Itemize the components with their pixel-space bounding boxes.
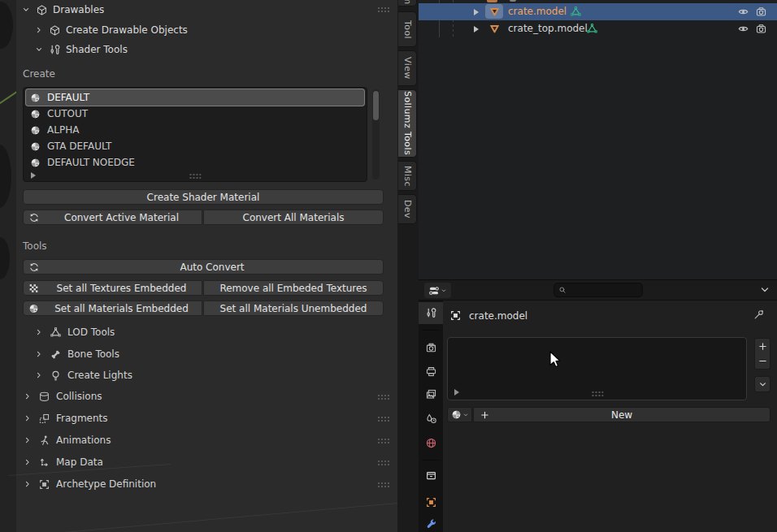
- outliner-row-crate-top-model[interactable]: crate_top.model: [419, 20, 777, 37]
- add-material-slot-button[interactable]: [754, 338, 770, 354]
- panel-header-fragments[interactable]: Fragments: [23, 410, 108, 426]
- outliner-row-crate-model[interactable]: crate.model: [419, 3, 777, 20]
- button-label: Convert Active Material: [64, 212, 179, 223]
- panel-header-map-data[interactable]: Map Data: [23, 454, 103, 470]
- list-resize-handle[interactable]: [591, 391, 603, 396]
- set-all-materials-unembedded-button[interactable]: Set all Materials Unembedded: [203, 301, 384, 316]
- mesh-data-icon[interactable]: [586, 23, 598, 35]
- panel-header-shader-tools[interactable]: Shader Tools: [34, 42, 128, 57]
- set-all-materials-embedded-button[interactable]: Set all Materials Embedded: [23, 301, 202, 316]
- mesh-data-icon[interactable]: [570, 6, 582, 18]
- tab-misc[interactable]: Misc: [398, 161, 417, 191]
- panel-label: Archetype Definition: [56, 478, 156, 490]
- panel-drag-handle[interactable]: [377, 438, 389, 443]
- viewport-green-axis-line: [0, 80, 16, 115]
- tab-view[interactable]: View: [398, 50, 417, 86]
- parent-row-partial: [510, 0, 516, 2]
- search-input[interactable]: [570, 283, 638, 296]
- images-stack-icon: [425, 388, 437, 400]
- list-item[interactable]: DEFAULT NOEDGE: [26, 154, 364, 171]
- material-specials-menu-button[interactable]: [754, 376, 770, 392]
- blender-window: Drawables Create Drawable Objects Shader…: [0, 0, 777, 532]
- scrollbar-thumb[interactable]: [373, 91, 379, 120]
- panel-drag-handle[interactable]: [377, 482, 389, 487]
- list-item-label: DEFAULT NOEDGE: [47, 157, 135, 168]
- eye-icon[interactable]: [737, 23, 749, 35]
- tab-label: Tool: [402, 20, 413, 39]
- drawable-model-icon[interactable]: [485, 21, 503, 36]
- remove-material-slot-button[interactable]: [754, 353, 770, 370]
- list-expand-arrow[interactable]: [31, 172, 36, 179]
- tab-item[interactable]: Item: [398, 0, 417, 6]
- viewport-geometry: [0, 2, 13, 49]
- tool-icon: [49, 44, 61, 56]
- tab-view-layer-properties[interactable]: [419, 383, 443, 405]
- set-all-textures-embedded-button[interactable]: Set all Textures Embedded: [23, 280, 202, 296]
- panel-header-lod-tools[interactable]: LOD Tools: [34, 324, 115, 340]
- panel-header-collisions[interactable]: Collisions: [23, 388, 102, 404]
- search-icon: [558, 285, 566, 295]
- object-brackets-icon: [425, 496, 437, 508]
- editor-type-button[interactable]: [424, 283, 451, 298]
- auto-convert-button[interactable]: Auto Convert: [23, 259, 384, 275]
- new-material-button[interactable]: New: [473, 407, 770, 422]
- tab-collection-properties[interactable]: [419, 465, 443, 487]
- panel-header-archetype-definition[interactable]: Archetype Definition: [23, 476, 156, 492]
- list-item[interactable]: GTA DEFAULT: [26, 138, 364, 154]
- eye-icon[interactable]: [737, 6, 749, 18]
- tab-output-properties[interactable]: [419, 361, 443, 383]
- tab-scene-properties[interactable]: [419, 408, 443, 430]
- list-item[interactable]: ALPHA: [26, 122, 364, 138]
- chevron-right-icon: [34, 327, 44, 337]
- panel-header-bone-tools[interactable]: Bone Tools: [34, 346, 119, 362]
- properties-search-box[interactable]: [553, 283, 643, 297]
- shader-material-list[interactable]: DEFAULT CUTOUT ALPHA GTA DEFAULT DEFAULT…: [23, 87, 367, 182]
- panel-header-animations[interactable]: Animations: [23, 432, 111, 448]
- object-name[interactable]: crate.model: [508, 3, 566, 20]
- panel-header-drawables[interactable]: Drawables: [21, 2, 104, 17]
- camera-icon[interactable]: [755, 6, 767, 18]
- expand-arrow-icon[interactable]: [474, 26, 479, 32]
- panel-drag-handle[interactable]: [377, 416, 389, 422]
- material-slots-list[interactable]: [447, 337, 747, 400]
- panel-drag-handle[interactable]: [377, 460, 389, 465]
- header-options-chevron-icon[interactable]: [758, 283, 771, 296]
- convert-all-materials-button[interactable]: Convert All Materials: [203, 210, 384, 225]
- panel-header-create-drawable-objects[interactable]: Create Drawable Objects: [34, 23, 188, 37]
- outliner-editor: crate.model crate_top.model: [419, 0, 777, 280]
- tab-dev[interactable]: Dev: [398, 194, 417, 224]
- camera-icon[interactable]: [755, 23, 767, 35]
- pin-icon[interactable]: [753, 309, 765, 321]
- tab-render-properties[interactable]: [419, 337, 443, 359]
- properties-editor-icon: [428, 285, 440, 296]
- viewport-3d-sliver[interactable]: [0, 0, 16, 532]
- panel-drag-handle[interactable]: [377, 6, 389, 12]
- tab-modifier-properties[interactable]: [419, 513, 443, 532]
- checker-texture-icon: [28, 283, 39, 293]
- minus-icon: [757, 356, 768, 366]
- list-expand-arrow[interactable]: [454, 389, 459, 396]
- panel-drag-handle[interactable]: [377, 394, 389, 400]
- tab-tool[interactable]: Tool: [398, 11, 417, 47]
- list-item[interactable]: CUTOUT: [26, 106, 364, 122]
- remove-all-embedded-textures-button[interactable]: Remove all Embeded Textures: [203, 280, 384, 296]
- list-item[interactable]: DEFAULT: [26, 89, 364, 106]
- tab-object-properties[interactable]: [419, 491, 443, 513]
- tab-tool-properties[interactable]: [419, 302, 443, 324]
- drawable-model-icon[interactable]: [485, 4, 503, 19]
- expand-arrow-icon[interactable]: [474, 9, 479, 15]
- create-shader-material-button[interactable]: Create Shader Material: [23, 189, 384, 205]
- list-scrollbar[interactable]: [372, 89, 380, 179]
- object-name[interactable]: crate_top.model: [508, 20, 588, 37]
- list-resize-handle[interactable]: [189, 173, 202, 179]
- tab-world-properties[interactable]: [419, 432, 443, 454]
- chevron-right-icon: [23, 457, 33, 467]
- tab-label: View: [402, 57, 413, 80]
- browse-material-button[interactable]: [447, 407, 472, 422]
- tab-label: Dev: [402, 200, 413, 218]
- tab-sollumz-tools[interactable]: Sollumz Tools: [398, 89, 417, 158]
- panel-header-create-lights[interactable]: Create Lights: [34, 367, 132, 383]
- convert-active-material-button[interactable]: Convert Active Material: [23, 210, 202, 225]
- button-label: Set all Materials Unembedded: [220, 303, 367, 314]
- breadcrumb[interactable]: crate.model: [449, 307, 527, 324]
